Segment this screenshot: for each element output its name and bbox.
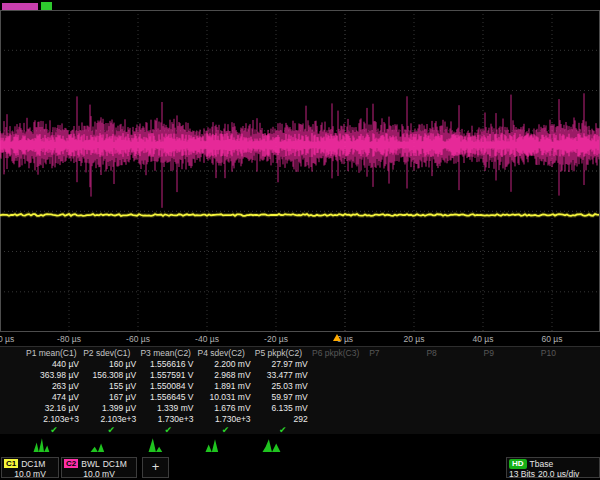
c1-coupling-label: DC1M	[21, 459, 45, 469]
timebase-descriptor-box[interactable]: HD Tbase 13 Bits 20.0 µs/div	[506, 457, 600, 478]
measurement-value: 2.968 mV	[198, 370, 254, 381]
scope-grid-svg	[0, 10, 600, 332]
measurement-header[interactable]: P10	[541, 348, 597, 359]
c2-scale-value: 10.0 mV	[83, 469, 115, 479]
measurement-column-p1[interactable]: P1 mean(C1)440 µV363.98 µV263 µV474 µV32…	[26, 348, 82, 435]
measurement-column-p5[interactable]: P5 pkpk(C2)27.97 mV33.477 mV25.03 mV59.9…	[255, 348, 311, 435]
measurement-value: 27.97 mV	[255, 359, 311, 370]
annotation-badge-magenta	[2, 3, 38, 10]
c1-waveform	[0, 214, 599, 216]
measurement-header[interactable]: P6 pkpk(C3)	[312, 348, 368, 359]
measurement-value: 32.16 µV	[26, 403, 82, 414]
c2-coupling-label: DC1M	[103, 459, 127, 469]
measurement-value: 363.98 µV	[26, 370, 82, 381]
measurement-value: 1.550084 V	[140, 381, 196, 392]
time-axis-label: 40 µs	[473, 334, 494, 344]
measurement-value: 1.557591 V	[140, 370, 196, 381]
measurement-header[interactable]: P1 mean(C1)	[26, 348, 82, 359]
measurement-value: 167 µV	[83, 392, 139, 403]
histicon-p1	[30, 434, 56, 453]
measurement-header[interactable]: P3 mean(C2)	[140, 348, 196, 359]
measurement-value: 1.399 µV	[83, 403, 139, 414]
measurement-value: 33.477 mV	[255, 370, 311, 381]
time-axis-label: -100 µs	[0, 334, 14, 344]
oscilloscope-screen: -100 µs-80 µs-60 µs-40 µs-20 µs0 µs20 µs…	[0, 0, 600, 480]
measurement-value: 1.891 mV	[198, 381, 254, 392]
histicon-p2	[87, 434, 113, 453]
measurement-table: P1 mean(C1)440 µV363.98 µV263 µV474 µV32…	[0, 346, 600, 434]
measurement-value: 156.308 µV	[83, 370, 139, 381]
measurement-column-p7[interactable]: P7	[369, 348, 425, 359]
time-axis-label: 20 µs	[404, 334, 425, 344]
descriptor-bar: C1 DC1M 10.0 mV C2 BWL DC1M 10.0 mV + HD	[0, 455, 600, 480]
measurement-value: 474 µV	[26, 392, 82, 403]
histicon-p4	[202, 434, 228, 453]
hd-badge: HD	[509, 459, 527, 469]
time-axis-label: -60 µs	[126, 334, 150, 344]
histicon-p5	[259, 434, 285, 453]
measurement-header[interactable]: P5 pkpk(C2)	[255, 348, 311, 359]
c1-scale-value: 10.0 mV	[14, 469, 46, 479]
trigger-position-marker[interactable]	[333, 334, 341, 341]
measurement-value: 155 µV	[83, 381, 139, 392]
measurement-column-p6[interactable]: P6 pkpk(C3)	[312, 348, 368, 359]
measurement-value: 1.676 mV	[198, 403, 254, 414]
measurement-value: 6.135 mV	[255, 403, 311, 414]
measurement-value: 1.730e+3	[198, 414, 254, 425]
c2-descriptor-box[interactable]: C2 BWL DC1M 10.0 mV	[61, 457, 137, 478]
measurement-value: 1.730e+3	[140, 414, 196, 425]
time-axis-label: 60 µs	[542, 334, 563, 344]
measurement-value: 1.339 mV	[140, 403, 196, 414]
measurement-column-p9[interactable]: P9	[484, 348, 540, 359]
timebase-bits: 13 Bits	[509, 469, 535, 479]
measurement-value: 25.03 mV	[255, 381, 311, 392]
plus-icon: +	[143, 458, 168, 476]
measurement-column-p2[interactable]: P2 sdev(C1)160 µV156.308 µV155 µV167 µV1…	[83, 348, 139, 435]
measurement-value: 10.031 mV	[198, 392, 254, 403]
measurement-value: 2.103e+3	[83, 414, 139, 425]
time-axis: -100 µs-80 µs-60 µs-40 µs-20 µs0 µs20 µs…	[0, 334, 600, 345]
measurement-column-p3[interactable]: P3 mean(C2)1.556616 V1.557591 V1.550084 …	[140, 348, 196, 435]
histicon-p3	[144, 434, 170, 453]
measurement-header[interactable]: P2 sdev(C1)	[83, 348, 139, 359]
measurement-column-p10[interactable]: P10	[541, 348, 597, 359]
timebase-label: Tbase	[530, 459, 554, 469]
c1-descriptor-box[interactable]: C1 DC1M 10.0 mV	[1, 457, 59, 478]
measurement-header[interactable]: P8	[426, 348, 482, 359]
measurement-column-p4[interactable]: P4 sdev(C2)2.200 mV2.968 mV1.891 mV10.03…	[198, 348, 254, 435]
time-axis-label: -20 µs	[264, 334, 288, 344]
c2-bandwidth-label: BWL	[81, 459, 99, 469]
measurement-value: 59.97 mV	[255, 392, 311, 403]
time-axis-label: -40 µs	[195, 334, 219, 344]
c1-channel-tag: C1	[4, 459, 18, 468]
measurement-value: 440 µV	[26, 359, 82, 370]
measurement-value: 263 µV	[26, 381, 82, 392]
measurement-value: 1.556616 V	[140, 359, 196, 370]
add-trace-button[interactable]: +	[142, 457, 169, 478]
measurement-header[interactable]: P4 sdev(C2)	[198, 348, 254, 359]
measurement-header[interactable]: P7	[369, 348, 425, 359]
measurement-value: 1.556645 V	[140, 392, 196, 403]
timebase-scale: 20.0 µs/div	[538, 469, 579, 479]
measurement-column-p8[interactable]: P8	[426, 348, 482, 359]
histicon-row	[0, 433, 600, 453]
time-axis-label: -80 µs	[57, 334, 81, 344]
measurement-header[interactable]: P9	[484, 348, 540, 359]
c2-channel-tag: C2	[64, 459, 78, 468]
measurement-value: 292	[255, 414, 311, 425]
measurement-value: 2.103e+3	[26, 414, 82, 425]
measurement-value: 2.200 mV	[198, 359, 254, 370]
measurement-value: 160 µV	[83, 359, 139, 370]
